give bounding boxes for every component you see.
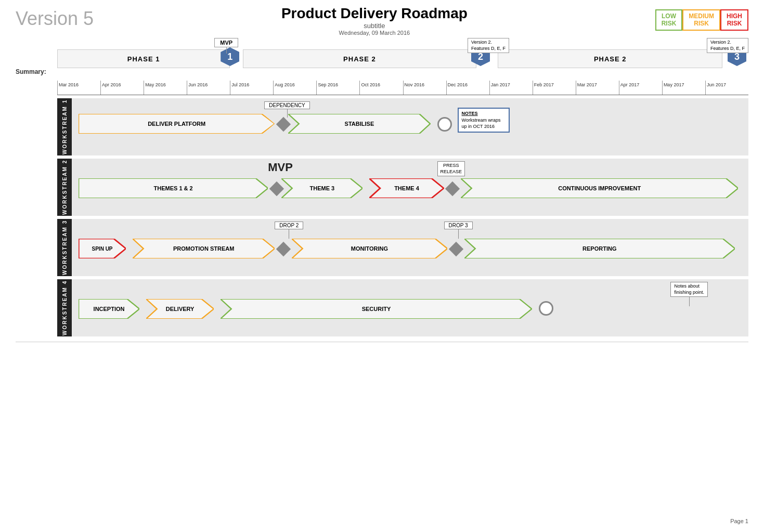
version-label: Version 5	[16, 8, 94, 30]
finishing-notes: Notes aboutfinishing point.	[670, 282, 708, 306]
ws1-label: WORKSTREAM 1	[57, 98, 72, 155]
themes12: THEMES 1 & 2	[79, 178, 268, 198]
inception: INCEPTION	[79, 299, 139, 319]
month-tick: Dec 2016	[446, 81, 489, 95]
workstream-1-row: WORKSTREAM 1 DEPENDENCY DELIVER PL	[57, 98, 748, 155]
summary-row: MVP Version 2.Features D, E, F Version 2…	[57, 38, 748, 80]
ws2-label: WORKSTREAM 2	[57, 159, 72, 216]
main-content: Summary: MVP Version 2.Features D, E, F …	[16, 38, 748, 336]
delivery: DELIVERY	[146, 299, 214, 319]
summary-label: Summary:	[16, 38, 57, 80]
month-tick: Jun 2017	[705, 81, 748, 95]
mvp-label: MVP	[214, 38, 238, 47]
ws3-diamond2	[448, 242, 463, 256]
header: Version 5 Product Delivery Roadmap subti…	[16, 5, 748, 36]
spinup: SPIN UP	[79, 239, 126, 258]
ws1-notes: NOTES Workstream wrapsup in OCT 2016	[458, 108, 510, 133]
ws2-content: MVP PRESSRELEASE THEMES 1 & 2	[72, 159, 748, 216]
ws3-diamond1	[276, 242, 291, 256]
workstream-2-row: WORKSTREAM 2 MVP PRESSRELEASE	[57, 159, 748, 216]
mvp-line	[226, 47, 227, 54]
month-tick: Nov 2016	[403, 81, 446, 95]
version-callout-2: Version 2.Features D, E, F	[707, 38, 748, 53]
theme4: THEME 4	[369, 178, 444, 198]
mvp-callout: MVP	[214, 38, 238, 54]
deliver-platform: DELIVER PLATFORM	[79, 114, 275, 134]
drop2-callout: DROP 2	[275, 222, 303, 239]
risk-high: HIGHRISK	[720, 9, 748, 31]
month-tick: Jan 2017	[489, 81, 533, 95]
month-tick: May 2016	[144, 81, 187, 95]
month-ticks: Mar 2016Apr 2016May 2016Jun 2016Jul 2016…	[57, 81, 748, 95]
mvp-ws2: MVP	[268, 161, 293, 174]
drop3-callout: DROP 3	[444, 222, 473, 239]
ws3-label: WORKSTREAM 3	[57, 219, 72, 276]
workstream-3-row: WORKSTREAM 3 DROP 2 DROP 3	[57, 219, 748, 276]
month-tick: Aug 2016	[273, 81, 316, 95]
risk-legend: LOWRISK MEDIUMRISK HIGHRISK	[655, 9, 748, 31]
month-tick: Apr 2017	[619, 81, 662, 95]
ws4-content: Notes aboutfinishing point. INCEPTION	[72, 279, 748, 336]
title-block: Product Delivery Roadmap subtitle Wednes…	[94, 5, 655, 36]
month-tick: Apr 2016	[100, 81, 144, 95]
subtitle: subtitle	[94, 22, 655, 30]
ws1-content: DEPENDENCY DELIVER PLATFORM	[72, 98, 748, 155]
risk-low: LOWRISK	[655, 9, 683, 31]
workstream-container: WORKSTREAM 1 DEPENDENCY DELIVER PL	[57, 98, 748, 336]
page-number: Page 1	[730, 518, 748, 524]
dependency-callout: DEPENDENCY	[264, 101, 309, 118]
month-tick: May 2017	[662, 81, 705, 95]
month-tick: Feb 2017	[533, 81, 576, 95]
main-title: Product Delivery Roadmap	[94, 5, 655, 22]
ws4-label: WORKSTREAM 4	[57, 279, 72, 336]
reporting: REPORTING	[464, 239, 735, 258]
security: SECURITY	[221, 299, 532, 319]
month-tick: Oct 2016	[359, 81, 403, 95]
month-tick: Jul 2016	[230, 81, 273, 95]
phase2-box: PHASE 2	[243, 49, 476, 68]
date-label: Wednesday, 09 March 2016	[94, 30, 655, 36]
workstream-4-row: WORKSTREAM 4 Notes aboutfinishing point.	[57, 279, 748, 336]
theme3: THEME 3	[281, 178, 362, 198]
month-tick: Mar 2016	[57, 81, 100, 95]
page: Version 5 Product Delivery Roadmap subti…	[0, 0, 764, 532]
ws4-circle	[539, 301, 553, 316]
dependency-label: DEPENDENCY	[264, 101, 309, 109]
timeline-area: MVP Version 2.Features D, E, F Version 2…	[57, 38, 748, 336]
ws3-content: DROP 2 DROP 3 SPI	[72, 219, 748, 276]
month-tick: Mar 2017	[576, 81, 619, 95]
version-callout-1: Version 2.Features D, E, F	[468, 38, 509, 53]
continuous-improvement: CONTINUOUS IMPROVEMENT	[461, 178, 738, 198]
month-tick: Jun 2016	[187, 81, 230, 95]
phase2-box-2: PHASE 2	[498, 49, 722, 68]
ws2-diamond2	[445, 181, 460, 196]
monitoring: MONITORING	[292, 239, 447, 258]
press-release: PRESSRELEASE	[437, 161, 465, 176]
ws1-circle	[437, 117, 452, 132]
left-labels: Summary:	[16, 38, 57, 336]
risk-medium: MEDIUMRISK	[682, 9, 720, 31]
promotion-stream: PROMOTION STREAM	[133, 239, 275, 258]
phase1-box: PHASE 1	[57, 49, 230, 68]
month-tick: Sep 2016	[316, 81, 359, 95]
bottom-line	[16, 342, 748, 342]
dependency-line	[287, 109, 288, 118]
